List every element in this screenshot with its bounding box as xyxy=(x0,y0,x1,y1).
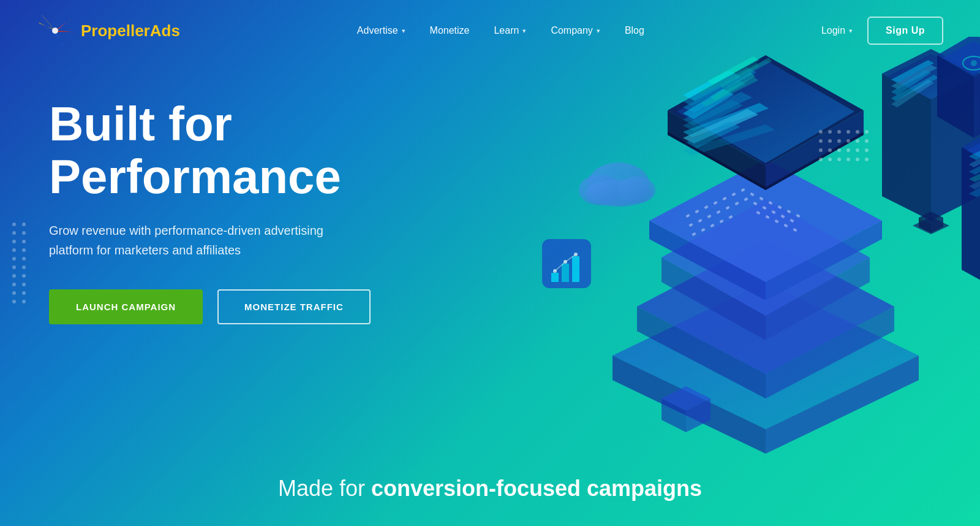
svg-point-116 xyxy=(846,130,850,134)
svg-point-119 xyxy=(819,139,823,143)
navbar: PropellerAds Advertise ▾ Monetize Learn … xyxy=(0,0,980,61)
svg-point-127 xyxy=(837,148,841,152)
nav-right: Login ▾ Sign Up xyxy=(821,17,943,45)
nav-links: Advertise ▾ Monetize Learn ▾ Company ▾ B… xyxy=(357,25,644,36)
hero-section: PropellerAds Advertise ▾ Monetize Learn … xyxy=(0,0,980,526)
svg-point-132 xyxy=(828,158,832,161)
nav-item-advertise[interactable]: Advertise ▾ xyxy=(357,25,405,36)
svg-point-128 xyxy=(846,148,850,152)
chevron-down-icon: ▾ xyxy=(849,27,853,35)
hero-title: Built for Performance xyxy=(49,98,380,204)
logo-name-part1: Propeller xyxy=(81,21,150,40)
svg-point-134 xyxy=(846,158,850,161)
hero-buttons: LAUNCH CAMPAIGN MONETIZE TRAFFIC xyxy=(49,289,380,324)
svg-point-124 xyxy=(865,139,869,143)
nav-item-monetize[interactable]: Monetize xyxy=(430,25,470,36)
svg-point-118 xyxy=(865,130,869,134)
svg-rect-105 xyxy=(562,264,569,282)
svg-point-120 xyxy=(828,139,832,143)
svg-point-0 xyxy=(52,28,58,34)
logo-icon xyxy=(37,12,74,49)
hero-tagline: Made for conversion-focused campaigns xyxy=(278,476,702,501)
launch-campaign-button[interactable]: LAUNCH CAMPAIGN xyxy=(49,289,203,324)
svg-rect-106 xyxy=(572,256,579,282)
svg-point-135 xyxy=(856,158,859,161)
svg-point-123 xyxy=(856,139,859,143)
nav-item-company[interactable]: Company ▾ xyxy=(551,25,600,36)
login-button[interactable]: Login ▾ xyxy=(821,25,853,36)
svg-point-130 xyxy=(865,148,869,152)
hero-illustration xyxy=(429,37,980,478)
svg-point-136 xyxy=(865,158,869,161)
chevron-down-icon: ▾ xyxy=(597,27,600,35)
chevron-down-icon: ▾ xyxy=(522,27,526,35)
logo-text: PropellerAds xyxy=(81,21,180,40)
logo-name-part2: Ads xyxy=(150,21,180,40)
chevron-down-icon: ▾ xyxy=(402,27,405,35)
nav-item-blog[interactable]: Blog xyxy=(625,25,644,36)
hero-subtitle: Grow revenue with performance-driven adv… xyxy=(49,221,355,260)
svg-point-102 xyxy=(585,180,652,207)
svg-point-115 xyxy=(837,130,841,134)
svg-point-122 xyxy=(846,139,850,143)
svg-point-126 xyxy=(828,148,832,152)
logo[interactable]: PropellerAds xyxy=(37,12,180,49)
svg-point-121 xyxy=(837,139,841,143)
svg-point-125 xyxy=(819,148,823,152)
svg-point-113 xyxy=(819,130,823,134)
signup-button[interactable]: Sign Up xyxy=(867,17,943,45)
svg-rect-104 xyxy=(551,273,559,282)
svg-point-133 xyxy=(837,158,841,161)
isometric-illustration xyxy=(429,37,980,478)
svg-marker-81 xyxy=(913,217,949,234)
svg-point-131 xyxy=(819,158,823,161)
svg-point-129 xyxy=(856,148,859,152)
monetize-traffic-button[interactable]: MONETIZE TRAFFIC xyxy=(217,289,371,324)
svg-point-117 xyxy=(856,130,859,134)
hero-content: Built for Performance Grow revenue with … xyxy=(0,61,429,324)
svg-point-114 xyxy=(828,130,832,134)
nav-item-learn[interactable]: Learn ▾ xyxy=(494,25,526,36)
